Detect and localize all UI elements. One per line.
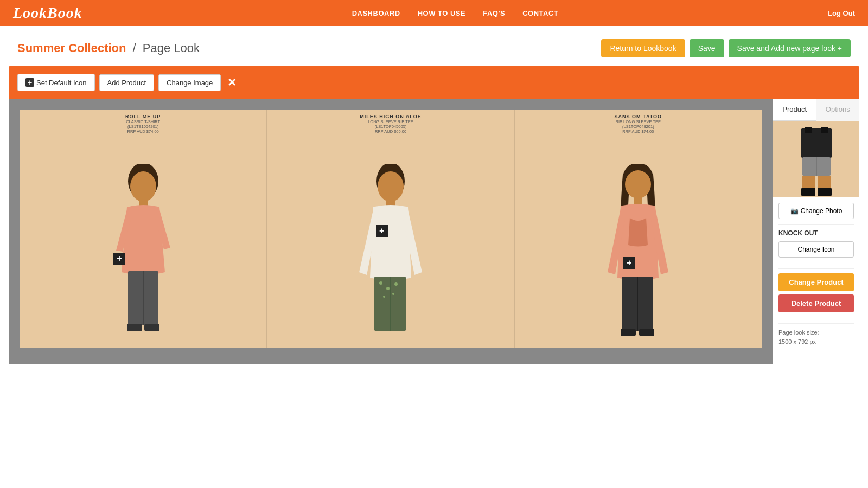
product-sub2-2: (LS1TOP045005) [269, 124, 512, 129]
knockout-label: KNOCK OUT [778, 229, 854, 237]
nav: DASHBOARD HOW TO USE FAQ'S CONTACT [352, 9, 559, 17]
product-sub1-3: RIB LONG SLEEVE TEE [517, 119, 760, 124]
lookbook-image-area: ROLL ME UP CLASSIC T-SHIRT (LS1TE1054201… [9, 99, 773, 364]
svg-rect-22 [621, 329, 636, 336]
add-hotspot-2[interactable]: + [376, 225, 388, 237]
svg-rect-23 [639, 329, 654, 336]
model-svg-2 [342, 164, 439, 348]
svg-point-8 [378, 171, 404, 202]
change-product-button[interactable]: Change Product [778, 273, 854, 291]
add-hotspot-1[interactable]: + [113, 253, 125, 265]
set-default-icon-label: Set Default Icon [36, 79, 87, 87]
model-visual-2: + [267, 136, 514, 348]
page-header: Summer Collection / Page Look Return to … [0, 26, 868, 66]
nav-dashboard[interactable]: DASHBOARD [352, 9, 400, 17]
save-button[interactable]: Save [690, 39, 724, 57]
svg-rect-32 [801, 188, 815, 196]
product-title-3: SANS OM TATOO [517, 114, 760, 119]
model-column-2: MILES HIGH ON ALOE LONG SLEEVE RIB TEE (… [267, 110, 514, 348]
product-sub1-1: CLASSIC T-SHIRT [22, 119, 264, 124]
product-title-1: ROLL ME UP [22, 114, 264, 119]
content-area: ROLL ME UP CLASSIC T-SHIRT (LS1TE1054201… [9, 99, 859, 364]
product-sub2-1: (LS1TE1054201) [22, 124, 264, 129]
change-photo-label: Change Photo [801, 207, 843, 215]
product-sub1-2: LONG SLEEVE RIB TEE [269, 119, 512, 124]
model-svg-1 [94, 164, 192, 348]
right-panel: Product Options [773, 99, 859, 364]
product-thumb-svg [778, 123, 854, 197]
logo: LookBook [13, 4, 82, 22]
svg-point-11 [379, 281, 382, 285]
close-icon[interactable]: ✕ [227, 76, 237, 89]
nav-how-to-use[interactable]: HOW TO USE [418, 9, 466, 17]
svg-point-15 [392, 293, 394, 295]
product-label-2: MILES HIGH ON ALOE LONG SLEEVE RIB TEE (… [267, 110, 514, 136]
svg-rect-27 [821, 127, 828, 133]
header: LookBook DASHBOARD HOW TO USE FAQ'S CONT… [0, 0, 868, 26]
product-sub2-3: (LS1TOP048201) [517, 124, 760, 129]
product-label-3: SANS OM TATOO RIB LONG SLEEVE TEE (LS1TO… [515, 110, 762, 136]
product-thumbnail [773, 121, 859, 197]
divider-1 [778, 224, 854, 225]
svg-rect-26 [805, 127, 812, 133]
add-product-button[interactable]: Add Product [99, 74, 155, 91]
breadcrumb-collection[interactable]: Summer Collection [17, 41, 126, 55]
change-photo-button[interactable]: 📷 Change Photo [778, 203, 854, 219]
lookbook-background: ROLL ME UP CLASSIC T-SHIRT (LS1TE1054201… [20, 110, 762, 348]
product-label-1: ROLL ME UP CLASSIC T-SHIRT (LS1TE1054201… [20, 110, 266, 136]
breadcrumb: Summer Collection / Page Look [17, 41, 200, 55]
model-visual-3: + [515, 136, 762, 348]
svg-rect-5 [127, 324, 142, 331]
product-title-2: MILES HIGH ON ALOE [269, 114, 512, 119]
nav-faqs[interactable]: FAQ'S [483, 9, 505, 17]
model-column-3: SANS OM TATOO RIB LONG SLEEVE TEE (LS1TO… [515, 110, 762, 348]
model-svg-3 [589, 164, 687, 348]
model-column-1: ROLL ME UP CLASSIC T-SHIRT (LS1TE1054201… [20, 110, 266, 348]
svg-point-12 [386, 287, 390, 290]
camera-icon: 📷 [790, 207, 799, 215]
set-default-icon-button[interactable]: + Set Default Icon [17, 74, 95, 91]
breadcrumb-separator: / [133, 41, 136, 55]
return-to-lookbook-button[interactable]: Return to Lookbook [601, 39, 685, 57]
divider-3 [778, 323, 854, 324]
svg-point-18 [625, 170, 651, 198]
svg-rect-33 [818, 188, 832, 196]
page-look-size: Page look size: 1500 x 792 px [778, 328, 854, 346]
nav-contact[interactable]: CONTACT [522, 9, 558, 17]
svg-point-1 [130, 171, 156, 202]
header-actions: Return to Lookbook Save Save and Add new… [601, 39, 851, 57]
change-image-button[interactable]: Change Image [158, 74, 221, 91]
change-icon-button[interactable]: Change Icon [778, 241, 854, 258]
delete-product-button[interactable]: Delete Product [778, 294, 854, 312]
logout-button[interactable]: Log Out [828, 9, 855, 17]
product-price-3: RRP AUD $74.00 [517, 129, 760, 134]
tab-options[interactable]: Options [816, 99, 860, 121]
product-price-2: RRP AUD $66.00 [269, 129, 512, 134]
change-image-label: Change Image [167, 79, 213, 87]
svg-point-13 [394, 282, 398, 286]
save-and-add-button[interactable]: Save and Add new page look + [729, 39, 851, 57]
add-product-label: Add Product [107, 79, 146, 87]
panel-tabs: Product Options [773, 99, 859, 121]
panel-body: 📷 Change Photo KNOCK OUT Change Icon Cha… [773, 197, 859, 364]
main-content: Summer Collection / Page Look Return to … [0, 26, 868, 488]
add-hotspot-3[interactable]: + [623, 257, 635, 269]
breadcrumb-page: Page Look [143, 41, 200, 55]
page-look-size-label: Page look size: [778, 329, 819, 336]
model-visual-1: + [20, 136, 266, 348]
svg-point-14 [383, 296, 385, 298]
tab-product[interactable]: Product [773, 99, 816, 121]
svg-rect-6 [144, 324, 159, 331]
product-price-1: RRP AUD $74.00 [22, 129, 264, 134]
divider-2 [778, 268, 854, 269]
plus-icon: + [25, 78, 34, 87]
page-look-size-value: 1500 x 792 px [778, 338, 816, 345]
toolbar: + Set Default Icon Add Product Change Im… [9, 66, 859, 99]
